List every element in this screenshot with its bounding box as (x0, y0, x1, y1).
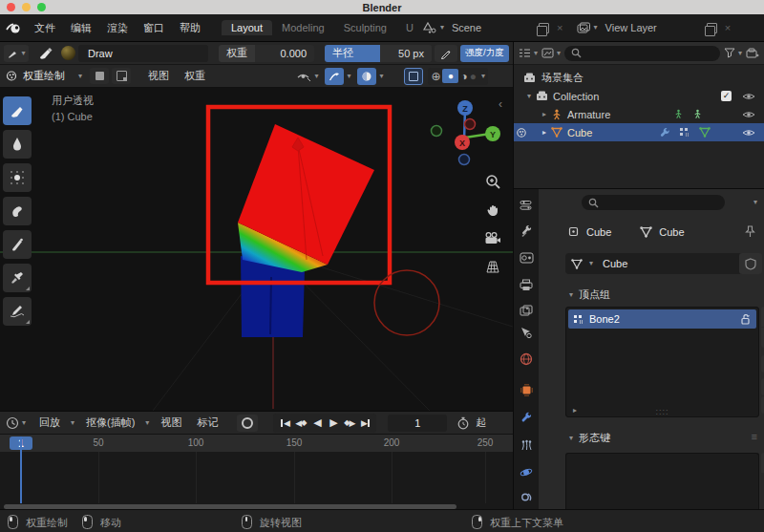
view-layer-name[interactable]: View Layer (605, 22, 657, 33)
tab-constraints[interactable] (514, 486, 539, 507)
eye-icon[interactable] (742, 128, 755, 138)
smear-tool[interactable] (3, 197, 32, 225)
vertex-mask-toggle[interactable] (112, 68, 131, 84)
view-layer-selector[interactable]: ▾ View Layer × (577, 22, 737, 33)
properties-options-icon[interactable]: ▾ (753, 199, 757, 206)
tab-tool[interactable] (514, 221, 539, 242)
viewport-3d[interactable]: 用户透视 (1) Cube (0, 88, 513, 411)
menu-window[interactable]: 窗口 (136, 21, 172, 35)
draw-brush-tool[interactable] (3, 96, 32, 125)
scene-selector[interactable]: ▾ Scene × (423, 22, 569, 33)
menu-help[interactable]: 帮助 (172, 21, 208, 35)
brush-name-field[interactable]: Draw (78, 45, 208, 62)
blender-logo-icon[interactable] (6, 21, 23, 34)
mode-dropdown[interactable]: 权重绘制 (23, 69, 65, 83)
blur-tool[interactable] (3, 130, 32, 159)
tab-particles[interactable] (514, 435, 539, 456)
playback-menu[interactable]: 回放 (32, 415, 68, 430)
editor-type-icon[interactable] (514, 195, 539, 216)
breadcrumb-object[interactable]: Cube (586, 226, 611, 238)
breadcrumb-data[interactable]: Cube (659, 226, 684, 238)
view-menu[interactable]: 视图 (140, 69, 177, 83)
sample-weight-tool[interactable] (3, 264, 32, 292)
active-tool-dropdown[interactable]: ▾ (4, 45, 29, 62)
outliner-row-cube[interactable]: ▸ Cube (514, 123, 764, 141)
new-view-layer-icon[interactable] (707, 23, 717, 33)
shape-keys-list[interactable] (565, 453, 759, 511)
timeline-view-menu[interactable]: 视图 (153, 415, 189, 430)
play-reverse-button[interactable]: ◀ (308, 415, 325, 432)
workspace-tab-modeling[interactable]: Modeling (272, 20, 334, 35)
xray-toggle[interactable] (404, 68, 423, 85)
next-keyframe-button[interactable]: ◆▶ (341, 415, 357, 432)
start-frame-label[interactable]: 起 (476, 415, 486, 430)
timeline-editor-type-dropdown[interactable]: ▾ (6, 416, 26, 430)
timeline-ruler[interactable]: 50 100 150 200 250 1 (0, 435, 513, 453)
pan-view-hand-icon[interactable] (483, 200, 502, 219)
navigation-gizmo[interactable]: Z Y X (429, 96, 509, 172)
tab-modifiers[interactable] (514, 408, 539, 429)
auto-keying-record-icon[interactable] (237, 415, 258, 432)
outliner-row-collection[interactable]: ▾ Collection ✓ (514, 87, 764, 105)
wireframe-shading-icon[interactable]: ⊕ (431, 70, 440, 83)
new-scene-icon[interactable] (539, 23, 549, 33)
disclosure-icon[interactable]: ▸ (542, 129, 546, 137)
jump-to-end-button[interactable]: ▶ (357, 415, 373, 432)
properties-search-input[interactable] (582, 195, 725, 210)
outliner-row-scene-collection[interactable]: 场景集合 (514, 69, 764, 87)
zoom-view-icon[interactable] (483, 172, 502, 191)
menu-render[interactable]: 渲染 (99, 21, 136, 35)
playhead[interactable] (20, 436, 22, 503)
menu-file[interactable]: 文件 (27, 21, 63, 35)
unlink-scene-icon[interactable]: × (557, 22, 562, 33)
camera-view-icon[interactable] (483, 228, 502, 247)
jump-to-start-button[interactable]: ◀ (276, 415, 292, 432)
tab-physics[interactable] (514, 461, 539, 482)
scene-name[interactable]: Scene (452, 22, 481, 33)
play-button[interactable]: ▶ (325, 415, 341, 432)
remove-view-layer-icon[interactable]: × (725, 22, 731, 33)
display-mode-dropdown[interactable]: ▾ (519, 48, 538, 58)
annotate-tool[interactable] (3, 297, 32, 326)
tab-render[interactable] (514, 247, 539, 268)
material-shading-icon[interactable]: ◑ (460, 70, 467, 83)
brush-preview-sphere[interactable] (61, 46, 75, 60)
pressure-pen-icon[interactable] (435, 45, 457, 62)
radius-slider[interactable]: 半径 50 px (325, 45, 432, 62)
collection-checkbox[interactable]: ✓ (721, 91, 732, 101)
panel-grip-icon[interactable]: ≡ (752, 431, 757, 442)
face-mask-toggle[interactable] (90, 68, 109, 84)
tab-object[interactable] (514, 379, 539, 400)
markers-menu[interactable]: 标记 (189, 415, 225, 430)
timeline-track[interactable] (0, 452, 513, 503)
vertex-groups-list[interactable]: Bone2 ▸ :::: (565, 307, 759, 417)
keying-menu[interactable]: 抠像(插帧) (78, 415, 142, 430)
eye-icon[interactable] (742, 92, 755, 101)
tab-scene[interactable] (514, 322, 539, 343)
fake-user-shield-icon[interactable] (739, 253, 762, 274)
list-expander-icon[interactable]: ▸ (573, 407, 577, 415)
symmetry-sphere-button[interactable] (357, 68, 376, 85)
workspace-tab-sculpting[interactable]: Sculpting (334, 20, 396, 35)
mesh-name-field[interactable]: ▾ Cube (565, 253, 745, 274)
disclosure-icon[interactable]: ▾ (527, 93, 531, 100)
outliner-search-input[interactable] (564, 46, 720, 61)
visibility-dropdown[interactable]: ▾ (296, 71, 318, 82)
current-frame-field[interactable]: 1 (388, 415, 447, 432)
strength-button[interactable]: 强度/力度 (460, 45, 509, 62)
eye-icon[interactable] (742, 110, 755, 119)
gradient-tool[interactable] (3, 230, 32, 259)
unlock-icon[interactable] (740, 313, 752, 325)
filter-id-dropdown[interactable]: ▾ (541, 48, 561, 58)
weight-field[interactable]: 权重 0.000 (219, 45, 314, 62)
vertex-groups-header[interactable]: ▾ 顶点组 (569, 287, 610, 302)
workspace-tab-uv-truncated[interactable]: U (396, 20, 414, 35)
prev-keyframe-button[interactable]: ◀◆ (292, 415, 308, 432)
disclosure-icon[interactable]: ▸ (542, 111, 546, 118)
falloff-curve-button[interactable] (325, 68, 344, 85)
outliner-row-armature[interactable]: ▸ Armature (514, 105, 764, 123)
shape-keys-header[interactable]: ▾ 形态键 (569, 431, 610, 445)
list-resize-grip[interactable]: :::: (655, 407, 668, 416)
menu-edit[interactable]: 编辑 (63, 21, 99, 35)
solid-shading-icon[interactable]: ● (442, 69, 458, 83)
